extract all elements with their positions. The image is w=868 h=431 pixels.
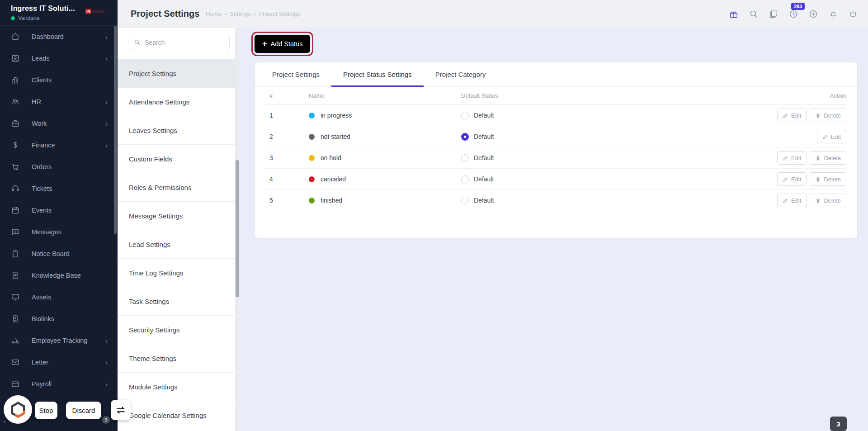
settings-item-lead[interactable]: Lead Settings xyxy=(118,230,240,258)
settings-item-time-log[interactable]: Time Log Settings xyxy=(118,258,240,287)
edit-button[interactable]: Edit xyxy=(777,151,807,165)
leads-icon xyxy=(11,54,20,63)
default-radio[interactable] xyxy=(461,154,469,162)
settings-item-module[interactable]: Module Settings xyxy=(118,372,240,401)
default-radio[interactable] xyxy=(461,133,469,141)
chevron-right-icon: › xyxy=(105,142,108,149)
plus-circle-icon[interactable] xyxy=(808,9,818,19)
status-color-dot xyxy=(309,113,315,118)
settings-item-google-calendar[interactable]: Google Calendar Settings xyxy=(118,401,240,429)
sidebar-item-leads[interactable]: Leads › xyxy=(0,47,118,69)
settings-item-theme[interactable]: Theme Settings xyxy=(118,344,240,372)
tab-bar: Project Settings Project Status Settings… xyxy=(255,62,857,87)
sidebar-scrollbar[interactable] xyxy=(114,26,117,234)
stop-button[interactable]: Stop xyxy=(35,402,57,419)
sidebar-item-employee-tracking[interactable]: Employee Tracking › xyxy=(0,330,118,351)
delete-button[interactable]: Delete xyxy=(810,172,846,186)
power-icon[interactable] xyxy=(848,9,858,19)
sidebar-item-clients[interactable]: Clients xyxy=(0,69,118,91)
settings-item-task[interactable]: Task Settings xyxy=(118,287,240,315)
dollar-icon xyxy=(11,141,20,150)
chevron-right-icon: › xyxy=(105,98,108,106)
sidebar-item-messages[interactable]: Messages xyxy=(0,221,118,243)
sidebar-item-events[interactable]: Events xyxy=(0,199,118,221)
settings-item-attendance[interactable]: Attendance Settings xyxy=(118,87,240,116)
table-row: 4 canceled Default Edit Delete xyxy=(266,169,846,190)
settings-menu: Project Settings Attendance Settings Lea… xyxy=(118,59,240,429)
monitor-icon xyxy=(11,293,20,302)
sidebar-item-tickets[interactable]: Tickets xyxy=(0,178,118,199)
page-number-badge: 3 xyxy=(830,417,847,431)
bell-icon[interactable] xyxy=(828,9,838,19)
clock-icon[interactable] xyxy=(788,9,798,19)
search-icon xyxy=(134,39,141,46)
status-color-dot xyxy=(309,155,315,161)
sidebar-item-biolinks[interactable]: Biolinks xyxy=(0,308,118,330)
main-content: + Add Status Project Settings Project St… xyxy=(240,28,868,431)
plus-icon: + xyxy=(262,40,267,48)
tab-project-category[interactable]: Project Category xyxy=(424,62,498,86)
help-badge[interactable]: ? xyxy=(102,416,110,424)
settings-item-message[interactable]: Message Settings xyxy=(118,201,240,230)
breadcrumb-current: Project Settings xyxy=(259,10,300,17)
users-icon xyxy=(11,97,20,106)
sidebar-item-work[interactable]: Work › xyxy=(0,113,118,134)
default-radio[interactable] xyxy=(461,175,469,183)
brand-logo-text: GRESS xyxy=(91,9,105,14)
delete-button[interactable]: Delete xyxy=(810,151,846,165)
delete-button[interactable]: Delete xyxy=(810,194,846,207)
sidebar-item-notice-board[interactable]: Notice Board xyxy=(0,243,118,265)
default-radio[interactable] xyxy=(461,197,469,204)
headset-icon xyxy=(11,184,20,193)
settings-item-custom-fields[interactable]: Custom Fields xyxy=(118,144,240,173)
discard-button[interactable]: Discard xyxy=(66,402,101,419)
sidebar-item-payroll[interactable]: Payroll › xyxy=(0,373,118,395)
settings-scrollbar-thumb[interactable] xyxy=(236,160,239,297)
status-table: # Name Default Status Action 1 in progre… xyxy=(255,87,857,211)
status-name: canceled xyxy=(321,175,346,183)
breadcrumb-settings[interactable]: Settings xyxy=(230,10,251,17)
agent-logo[interactable] xyxy=(4,395,32,424)
table-header-row: # Name Default Status Action xyxy=(266,87,846,105)
sidebar-item-assets[interactable]: Assets xyxy=(0,286,118,308)
sticky-notes-icon[interactable] xyxy=(769,9,778,19)
workspace-header[interactable]: Ingress IT Soluti... Vandana IN GRESS xyxy=(0,0,118,26)
settings-item-roles-permissions[interactable]: Roles & Permissions xyxy=(118,173,240,201)
document-icon xyxy=(11,271,20,280)
collapse-sidebar-icon[interactable]: ‹ xyxy=(4,418,6,425)
clipboard-icon xyxy=(11,249,20,258)
breadcrumb-home[interactable]: Home xyxy=(206,10,222,17)
brand-logo: IN GRESS xyxy=(85,9,105,14)
settings-sidebar: Project Settings Attendance Settings Lea… xyxy=(118,28,240,431)
search-icon[interactable] xyxy=(749,9,759,19)
highlight-ring: + Add Status xyxy=(251,32,313,56)
settings-item-leaves[interactable]: Leaves Settings xyxy=(118,116,240,144)
sidebar-item-letter[interactable]: Letter › xyxy=(0,351,118,373)
cart-icon xyxy=(11,162,20,171)
sidebar-item-knowledge-base[interactable]: Knowledge Base xyxy=(0,265,118,286)
sidebar-item-hr[interactable]: HR › xyxy=(0,91,118,113)
sidebar-item-dashboard[interactable]: Dashboard › xyxy=(0,26,118,47)
sidebar-item-finance[interactable]: Finance › xyxy=(0,134,118,156)
default-radio[interactable] xyxy=(461,112,469,119)
briefcase-icon xyxy=(11,119,20,128)
sidebar-item-orders[interactable]: Orders xyxy=(0,156,118,178)
settings-item-security[interactable]: Security Settings xyxy=(118,315,240,344)
settings-search-input[interactable] xyxy=(129,35,230,50)
tab-project-settings[interactable]: Project Settings xyxy=(260,62,331,86)
edit-button[interactable]: Edit xyxy=(777,172,807,186)
tab-project-status-settings[interactable]: Project Status Settings xyxy=(331,62,424,86)
delete-button[interactable]: Delete xyxy=(810,109,846,122)
table-row: 1 in progress Default Edit Delete xyxy=(266,105,846,126)
settings-item-project[interactable]: Project Settings xyxy=(118,59,240,87)
home-icon xyxy=(11,32,20,41)
add-status-button[interactable]: + Add Status xyxy=(255,35,310,53)
header-icons: 283 xyxy=(729,9,858,19)
edit-button[interactable]: Edit xyxy=(777,109,807,122)
edit-button[interactable]: Edit xyxy=(817,130,846,143)
breadcrumb: Home • Settings • Project Settings xyxy=(206,10,300,17)
edit-button[interactable]: Edit xyxy=(777,194,807,207)
gift-icon[interactable] xyxy=(729,9,739,19)
chevron-right-icon: › xyxy=(105,33,108,41)
swap-arrows-button[interactable] xyxy=(111,400,131,420)
